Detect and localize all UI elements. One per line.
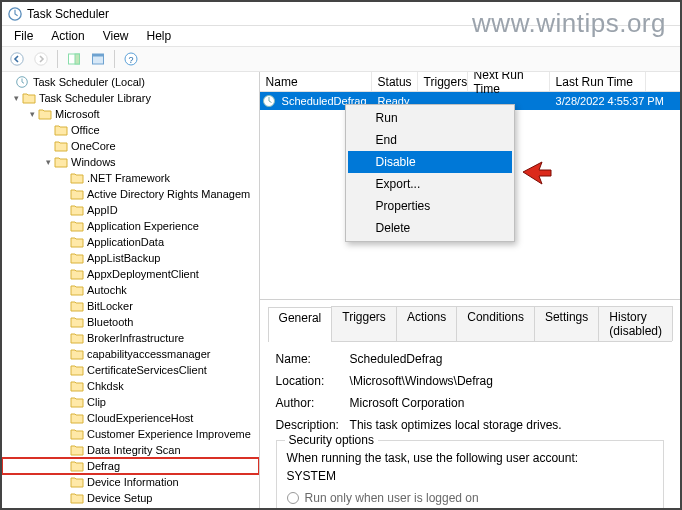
tree--net-framework[interactable]: .NET Framework xyxy=(2,170,259,186)
task-list-header[interactable]: NameStatusTriggersNext Run TimeLast Run … xyxy=(260,72,680,92)
tree-bitlocker[interactable]: BitLocker xyxy=(2,298,259,314)
col-triggers[interactable]: Triggers xyxy=(418,72,468,91)
menu-file[interactable]: File xyxy=(6,27,41,45)
tree-active-directory-rights-managem[interactable]: Active Directory Rights Managem xyxy=(2,186,259,202)
tree-label: Customer Experience Improveme xyxy=(87,428,251,440)
tree-cloudexperiencehost[interactable]: CloudExperienceHost xyxy=(2,410,259,426)
tree-device-information[interactable]: Device Information xyxy=(2,474,259,490)
security-user: SYSTEM xyxy=(287,469,653,483)
tree-defrag[interactable]: Defrag xyxy=(2,458,259,474)
tab-general[interactable]: General xyxy=(268,307,333,342)
toolbar: ? xyxy=(2,46,680,72)
tree-root[interactable]: Task Scheduler (Local) xyxy=(2,74,259,90)
tree-label: Device Information xyxy=(87,476,179,488)
tab-triggers[interactable]: Triggers xyxy=(331,306,397,341)
refresh-pane-button[interactable] xyxy=(87,48,109,70)
tree-appid[interactable]: AppID xyxy=(2,202,259,218)
radio-label: Run only when user is logged on xyxy=(305,491,479,505)
menu-help[interactable]: Help xyxy=(139,27,180,45)
back-button[interactable] xyxy=(6,48,28,70)
tree-applistbackup[interactable]: AppListBackup xyxy=(2,250,259,266)
tree-label: .NET Framework xyxy=(87,172,170,184)
menu-action[interactable]: Action xyxy=(43,27,92,45)
tree-microsoft[interactable]: ▾Microsoft xyxy=(2,106,259,122)
tree-label: CloudExperienceHost xyxy=(87,412,193,424)
tree-windows[interactable]: ▾Windows xyxy=(2,154,259,170)
tab-conditions[interactable]: Conditions xyxy=(456,306,535,341)
tree-label: CertificateServicesClient xyxy=(87,364,207,376)
ctx-export[interactable]: Export... xyxy=(348,173,512,195)
tree-label: AppID xyxy=(87,204,118,216)
tree-label: Autochk xyxy=(87,284,127,296)
svg-rect-6 xyxy=(93,54,104,57)
col-next-run-time[interactable]: Next Run Time xyxy=(468,72,550,91)
menu-view[interactable]: View xyxy=(95,27,137,45)
help-button[interactable]: ? xyxy=(120,48,142,70)
forward-button[interactable] xyxy=(30,48,52,70)
tree-label: AppListBackup xyxy=(87,252,160,264)
tab-actions[interactable]: Actions xyxy=(396,306,457,341)
ctx-run[interactable]: Run xyxy=(348,107,512,129)
tree-customer-experience-improveme[interactable]: Customer Experience Improveme xyxy=(2,426,259,442)
svg-text:?: ? xyxy=(128,55,133,65)
twisty-icon[interactable]: ▾ xyxy=(26,109,38,119)
tree-data-integrity-scan[interactable]: Data Integrity Scan xyxy=(2,442,259,458)
tree-device-setup[interactable]: Device Setup xyxy=(2,490,259,506)
tree-label: Data Integrity Scan xyxy=(87,444,181,456)
tab-settings[interactable]: Settings xyxy=(534,306,599,341)
tree-office[interactable]: Office xyxy=(2,122,259,138)
twisty-icon[interactable]: ▾ xyxy=(42,157,54,167)
task-icon xyxy=(262,94,276,108)
tree-label: Defrag xyxy=(87,460,120,472)
svg-rect-4 xyxy=(75,54,80,64)
tree-clip[interactable]: Clip xyxy=(2,394,259,410)
tree-label: Windows xyxy=(71,156,116,168)
tree-autochk[interactable]: Autochk xyxy=(2,282,259,298)
details-tabs: GeneralTriggersActionsConditionsSettings… xyxy=(268,306,672,342)
tree-certificateservicesclient[interactable]: CertificateServicesClient xyxy=(2,362,259,378)
ctx-end[interactable]: End xyxy=(348,129,512,151)
tree-label: OneCore xyxy=(71,140,116,152)
tree-label: capabilityaccessmanager xyxy=(87,348,211,360)
navigation-tree[interactable]: Task Scheduler (Local)▾Task Scheduler Li… xyxy=(2,72,260,508)
security-line: When running the task, use the following… xyxy=(287,451,653,465)
tree-bluetooth[interactable]: Bluetooth xyxy=(2,314,259,330)
window-title: Task Scheduler xyxy=(27,7,109,21)
tree-label: Task Scheduler (Local) xyxy=(33,76,145,88)
tree-appxdeploymentclient[interactable]: AppxDeploymentClient xyxy=(2,266,259,282)
tree-label: Application Experience xyxy=(87,220,199,232)
svg-point-2 xyxy=(35,53,47,65)
tree-onecore[interactable]: OneCore xyxy=(2,138,259,154)
security-legend: Security options xyxy=(285,433,378,447)
tree-devicedirectoryclient[interactable]: DeviceDirectoryClient xyxy=(2,506,259,508)
ctx-delete[interactable]: Delete xyxy=(348,217,512,239)
tree-label: Task Scheduler Library xyxy=(39,92,151,104)
action-pane-button[interactable] xyxy=(63,48,85,70)
tree-label: Device Setup xyxy=(87,492,152,504)
toolbar-sep xyxy=(114,50,115,68)
tree-application-experience[interactable]: Application Experience xyxy=(2,218,259,234)
security-options-group: Security options When running the task, … xyxy=(276,440,664,508)
tree-label: Office xyxy=(71,124,100,136)
tree-brokerinfrastructure[interactable]: BrokerInfrastructure xyxy=(2,330,259,346)
tree-applicationdata[interactable]: ApplicationData xyxy=(2,234,259,250)
radio-icon xyxy=(287,492,299,504)
description-label: Description: xyxy=(276,418,350,432)
author-label: Author: xyxy=(276,396,350,410)
col-name[interactable]: Name xyxy=(260,72,372,91)
tree-label: Microsoft xyxy=(55,108,100,120)
ctx-properties[interactable]: Properties xyxy=(348,195,512,217)
ctx-disable[interactable]: Disable xyxy=(348,151,512,173)
tree-chkdsk[interactable]: Chkdsk xyxy=(2,378,259,394)
name-value: ScheduledDefrag xyxy=(350,352,443,366)
run-logged-on-radio[interactable]: Run only when user is logged on xyxy=(287,491,653,505)
tree-capabilityaccessmanager[interactable]: capabilityaccessmanager xyxy=(2,346,259,362)
col-last-run-time[interactable]: Last Run Time xyxy=(550,72,646,91)
name-label: Name: xyxy=(276,352,350,366)
tree-label: BitLocker xyxy=(87,300,133,312)
tab-history[interactable]: History (disabled) xyxy=(598,306,673,341)
col-status[interactable]: Status xyxy=(372,72,418,91)
tree-library[interactable]: ▾Task Scheduler Library xyxy=(2,90,259,106)
svg-point-1 xyxy=(11,53,23,65)
twisty-icon[interactable]: ▾ xyxy=(10,93,22,103)
